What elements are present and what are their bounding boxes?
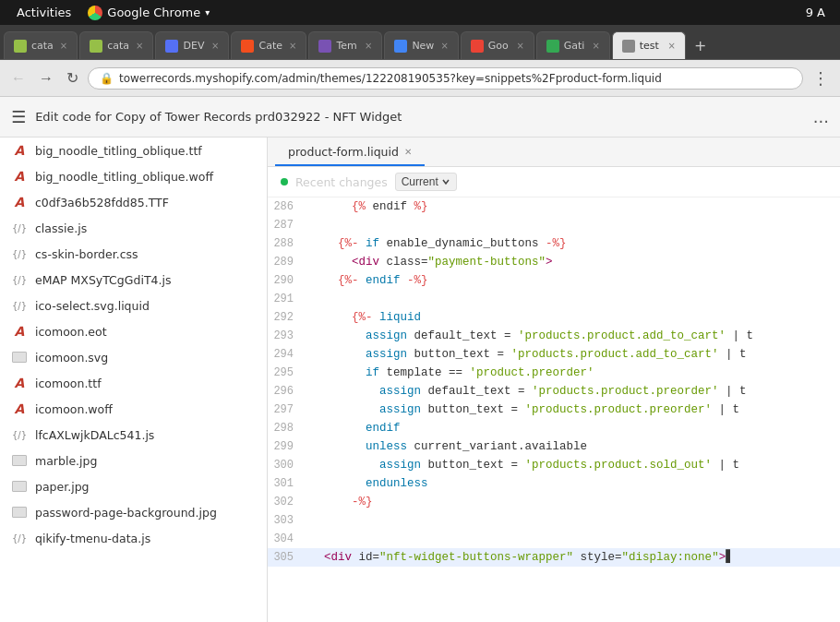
sidebar-item[interactable]: icomoon.svg (0, 344, 267, 370)
tab-close-tab8[interactable]: × (592, 41, 599, 51)
line-number: 297 (268, 401, 303, 419)
tab-close-tab4[interactable]: × (289, 41, 296, 51)
editor-menu-button[interactable]: ... (813, 107, 829, 126)
line-number: 295 (268, 364, 303, 382)
tab-close-tab9[interactable]: × (667, 41, 675, 51)
sidebar-item-label: paper.jpg (35, 480, 90, 494)
line-content[interactable]: endunless (303, 474, 840, 493)
line-content[interactable]: assign button_text = 'products.product.s… (303, 456, 840, 474)
line-content[interactable]: <div class="payment-buttons"> (303, 253, 840, 271)
line-content[interactable]: <div id="nft-widget-buttons-wrapper" sty… (303, 548, 840, 567)
line-content[interactable]: unless current_variant.available (303, 437, 840, 456)
line-content[interactable] (303, 216, 840, 234)
browser-tab-tab9[interactable]: test× (612, 31, 686, 59)
browser-tab-tab3[interactable]: DEV× (155, 31, 229, 59)
tab-favicon-tab8 (546, 40, 559, 53)
tab-label-tab9: test (640, 40, 662, 52)
sidebar-item[interactable]: Aicomoon.ttf (0, 370, 267, 396)
sidebar-item-label: password-page-background.jpg (35, 506, 217, 520)
line-content[interactable]: endif (303, 419, 840, 437)
sidebar-item-icon: A (11, 375, 28, 391)
line-content[interactable]: assign button_text = 'products.product.a… (303, 345, 840, 364)
sidebar-item-label: icomoon.ttf (35, 377, 102, 390)
line-content[interactable]: assign default_text = 'products.product.… (303, 382, 840, 401)
line-content[interactable]: assign button_text = 'products.product.p… (303, 401, 840, 419)
sidebar-item[interactable]: Abig_noodle_titling_oblique.woff (0, 163, 267, 189)
sidebar-item-icon: {/} (11, 297, 28, 314)
sidebar-item-icon: {/} (11, 271, 28, 288)
code-tab-close-button[interactable]: ✕ (404, 147, 412, 157)
sidebar-item[interactable]: Ac0df3a6b528fdd85.TTF (0, 189, 267, 215)
url-bar[interactable]: 🔒 towerrecords.myshopify.com/admin/theme… (88, 67, 803, 90)
line-content[interactable]: {%- if enable_dynamic_buttons -%} (303, 234, 840, 253)
sidebar-item-icon: A (11, 168, 28, 185)
sidebar-item[interactable]: password-page-background.jpg (0, 499, 267, 525)
tab-close-tab6[interactable]: × (440, 41, 448, 51)
sidebar-item[interactable]: Aicomoon.eot (0, 318, 267, 344)
forward-button[interactable]: → (35, 66, 57, 90)
current-label: Current (402, 175, 438, 188)
tab-favicon-tab7 (471, 40, 484, 53)
sidebar-item[interactable]: {/}cs-skin-border.css (0, 241, 267, 267)
browser-tab-tab4[interactable]: Cate× (231, 31, 306, 59)
activities-label[interactable]: Activities (7, 6, 80, 19)
line-content[interactable]: -%} (303, 493, 840, 511)
code-line: 297 assign button_text = 'products.produ… (268, 401, 840, 419)
sidebar-item[interactable]: marble.jpg (0, 448, 267, 473)
code-line: 291 (268, 290, 840, 308)
browser-menu-button[interactable]: ⋮ (809, 68, 833, 88)
browser-tab-tab2[interactable]: cata× (79, 31, 153, 59)
line-content[interactable]: {% endif %} (303, 197, 840, 216)
sidebar-item[interactable]: {/}classie.js (0, 215, 267, 241)
tab-close-tab5[interactable]: × (365, 41, 372, 51)
back-button[interactable]: ← (7, 66, 30, 90)
browser-tab-tab7[interactable]: Goo× (461, 31, 534, 59)
browser-tab-tab5[interactable]: Tem× (308, 31, 382, 59)
sidebar-item[interactable]: {/}ico-select.svg.liquid (0, 293, 267, 318)
line-content[interactable]: {%- endif -%} (303, 271, 840, 290)
line-content[interactable] (303, 511, 840, 530)
sidebar-item-label: classie.js (35, 221, 87, 235)
line-number: 299 (268, 437, 303, 456)
sidebar-item-icon: A (11, 194, 28, 210)
sidebar-item[interactable]: Aicomoon.woff (0, 396, 267, 422)
sidebar-item[interactable]: {/}qikify-tmenu-data.js (0, 525, 267, 551)
sidebar-item-label: lfcAXLwjkDALc541.js (35, 428, 154, 442)
code-editor[interactable]: 286 {% endif %}287 288 {%- if enable_dyn… (268, 197, 840, 622)
tab-favicon-tab4 (241, 40, 254, 53)
current-version-button[interactable]: Current (395, 173, 457, 191)
sidebar-item[interactable]: paper.jpg (0, 473, 267, 499)
sidebar-item-icon: A (11, 401, 28, 417)
tab-close-tab7[interactable]: × (516, 41, 523, 51)
line-number: 305 (268, 548, 303, 567)
sidebar-item-label: big_noodle_titling_oblique.ttf (35, 144, 202, 158)
tab-close-tab1[interactable]: × (60, 41, 67, 51)
line-content[interactable] (303, 530, 840, 548)
line-content[interactable]: if template == 'product.preorder' (303, 364, 840, 382)
browser-tab-tab8[interactable]: Gati× (536, 31, 610, 59)
recent-changes-label: Recent changes (295, 175, 388, 189)
code-tab-product-form[interactable]: product-form.liquid ✕ (275, 138, 425, 166)
browser-tab-tab6[interactable]: New× (384, 31, 458, 59)
new-tab-button[interactable]: + (688, 31, 714, 59)
sidebar-item[interactable]: {/}lfcAXLwjkDALc541.js (0, 422, 267, 448)
tab-close-tab2[interactable]: × (136, 41, 143, 51)
line-content[interactable]: {%- liquid (303, 308, 840, 327)
browser-tab-tab1[interactable]: cata× (4, 31, 78, 59)
sidebar-item-icon: A (11, 323, 28, 340)
code-area: product-form.liquid ✕ Recent changes Cur… (268, 138, 840, 622)
sidebar-item[interactable]: {/}eMAP MXSyTCgGdiT4.js (0, 267, 267, 293)
line-content[interactable] (303, 290, 840, 308)
sidebar-item[interactable]: Abig_noodle_titling_oblique.ttf (0, 138, 267, 163)
line-content[interactable]: assign default_text = 'products.product.… (303, 327, 840, 345)
line-number: 300 (268, 456, 303, 474)
reload-button[interactable]: ↻ (63, 66, 82, 90)
tab-close-tab3[interactable]: × (211, 41, 219, 51)
tab-favicon-tab5 (318, 40, 331, 53)
sidebar-item-label: eMAP MXSyTCgGdiT4.js (35, 273, 171, 287)
main-layout: Abig_noodle_titling_oblique.ttfAbig_nood… (0, 138, 840, 622)
line-number: 293 (268, 327, 303, 345)
chrome-dropdown-icon[interactable]: ▾ (205, 7, 210, 18)
sidebar-toggle-button[interactable]: ☰ (11, 107, 26, 126)
code-line: 301 endunless (268, 474, 840, 493)
